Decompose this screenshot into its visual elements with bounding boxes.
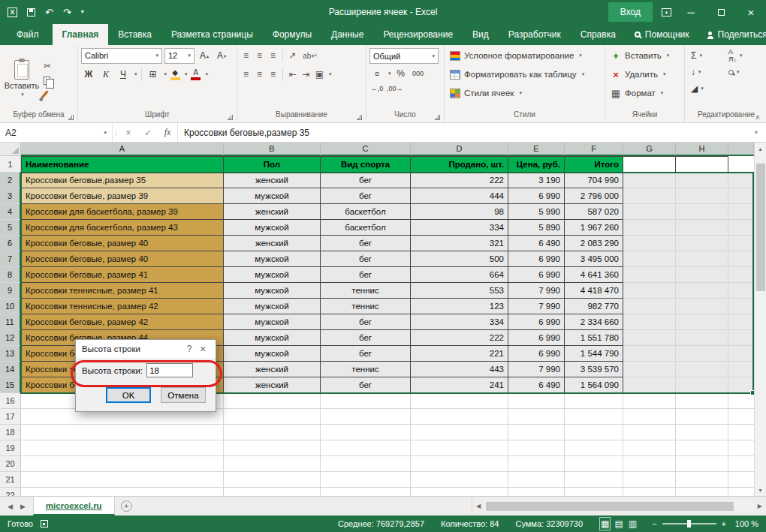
ribbon-display-options-icon[interactable]: ▴	[662, 8, 671, 17]
help-icon[interactable]: ?	[182, 344, 196, 354]
cell[interactable]	[623, 283, 676, 299]
header-cell[interactable]: Наименование	[21, 156, 224, 173]
cell[interactable]	[565, 456, 623, 472]
cell[interactable]: мужской	[224, 299, 321, 314]
cell[interactable]: 6 990	[508, 314, 565, 330]
row-header[interactable]: 14	[0, 362, 21, 377]
align-bottom-icon[interactable]: ≡	[267, 50, 279, 61]
assistant-tab[interactable]: Помощник	[626, 24, 698, 45]
ribbon-tab[interactable]: Главная	[53, 24, 109, 45]
cell[interactable]: женский	[224, 236, 321, 251]
cell[interactable]	[676, 472, 728, 488]
cell[interactable]: 123	[411, 299, 508, 314]
cut-icon[interactable]: ✂	[44, 62, 51, 71]
cell[interactable]: Кроссовки теннисные, размер 42	[21, 299, 224, 314]
align-right-icon[interactable]: ≡	[267, 69, 279, 80]
share-button[interactable]: Поделиться	[698, 24, 766, 45]
ribbon-tab[interactable]: Данные	[321, 24, 373, 45]
macro-record-icon[interactable]	[41, 520, 48, 527]
cell[interactable]	[21, 488, 224, 496]
cell[interactable]	[676, 156, 728, 173]
cell[interactable]: 7 990	[508, 283, 565, 299]
dialog-launcher-icon[interactable]	[68, 115, 74, 120]
cell[interactable]	[623, 156, 676, 173]
zoom-in-icon[interactable]: +	[722, 519, 726, 528]
customize-qat-icon[interactable]: ▾	[81, 9, 84, 15]
cell[interactable]: 3 495 000	[565, 251, 623, 267]
cell[interactable]: женский	[224, 377, 321, 393]
cell[interactable]: мужской	[224, 251, 321, 267]
prev-sheet-icon[interactable]: ◀	[8, 503, 13, 510]
font-size-select[interactable]: 12▾	[164, 48, 195, 64]
cell[interactable]	[676, 173, 728, 188]
font-color-icon[interactable]: А	[190, 69, 202, 80]
bold-button[interactable]: Ж	[81, 67, 96, 82]
cell[interactable]: 7 990	[508, 362, 565, 377]
cell[interactable]: 334	[411, 314, 508, 330]
cell[interactable]	[565, 393, 623, 409]
cell[interactable]	[224, 425, 321, 440]
cell[interactable]	[676, 346, 728, 362]
cell[interactable]: теннис	[321, 283, 411, 299]
cells-button[interactable]: ▦Формат▾	[608, 85, 681, 101]
cell[interactable]	[676, 330, 728, 346]
underline-button[interactable]: Ч	[116, 67, 131, 82]
cell[interactable]	[321, 409, 411, 425]
clear-button[interactable]: ◢▾	[688, 83, 725, 94]
cell[interactable]	[676, 440, 728, 456]
increase-font-icon[interactable]: А▴	[197, 48, 212, 63]
cell[interactable]	[565, 488, 623, 496]
cell[interactable]: 1 967 260	[565, 220, 623, 236]
cell[interactable]	[565, 440, 623, 456]
row-header[interactable]: 12	[0, 330, 21, 346]
cell[interactable]	[224, 488, 321, 496]
cell[interactable]: Кроссовки беговые, размер 42	[21, 314, 224, 330]
ribbon-tab[interactable]: Формулы	[263, 24, 321, 45]
cell[interactable]	[224, 409, 321, 425]
cell[interactable]	[508, 409, 565, 425]
row-header[interactable]: 21	[0, 472, 21, 488]
decrease-indent-icon[interactable]: ⇤	[287, 69, 298, 80]
cell[interactable]	[623, 314, 676, 330]
collapse-ribbon-icon[interactable]: ∧	[755, 113, 760, 121]
expand-formula-bar-icon[interactable]: ▾	[746, 123, 766, 142]
row-header[interactable]: 20	[0, 456, 21, 472]
cell[interactable]: бег	[321, 346, 411, 362]
cell[interactable]	[21, 425, 224, 440]
column-header[interactable]: B	[224, 143, 321, 156]
orientation-icon[interactable]: ↗	[287, 50, 298, 61]
wrap-text-icon[interactable]: ab↵	[300, 50, 320, 61]
cell[interactable]	[623, 267, 676, 283]
scroll-left-icon[interactable]: ◀	[474, 503, 483, 509]
close-button[interactable]: ×	[736, 0, 766, 24]
cell[interactable]: 1 564 090	[565, 377, 623, 393]
cell[interactable]	[676, 236, 728, 251]
cell[interactable]	[508, 425, 565, 440]
cell[interactable]: мужской	[224, 220, 321, 236]
increase-decimal-icon[interactable]: ←,0	[369, 81, 385, 96]
cell[interactable]	[411, 393, 508, 409]
page-break-view-icon[interactable]: ▥	[629, 518, 637, 529]
cell[interactable]	[623, 393, 676, 409]
ok-button[interactable]: OK	[106, 387, 151, 403]
vertical-scrollbar-thumb[interactable]	[756, 164, 765, 291]
cell[interactable]	[676, 188, 728, 204]
select-all-corner[interactable]	[0, 143, 21, 156]
dialog-launcher-icon[interactable]	[357, 115, 362, 120]
cell[interactable]	[623, 220, 676, 236]
cell[interactable]	[321, 440, 411, 456]
cells-button[interactable]: +Вставить▾	[608, 47, 681, 64]
cell[interactable]	[21, 440, 224, 456]
cell[interactable]: 6 490	[508, 377, 565, 393]
cell[interactable]	[21, 456, 224, 472]
styles-button[interactable]: Условное форматирование▾	[448, 47, 602, 64]
cell[interactable]: Кроссовки беговые, размер 40	[21, 236, 224, 251]
next-sheet-icon[interactable]: ▶	[20, 503, 26, 510]
cell[interactable]	[224, 440, 321, 456]
cell[interactable]	[676, 299, 728, 314]
column-header[interactable]: C	[321, 143, 411, 156]
cell[interactable]	[623, 440, 676, 456]
row-header[interactable]: 13	[0, 346, 21, 362]
cell[interactable]	[224, 472, 321, 488]
cell[interactable]	[411, 472, 508, 488]
